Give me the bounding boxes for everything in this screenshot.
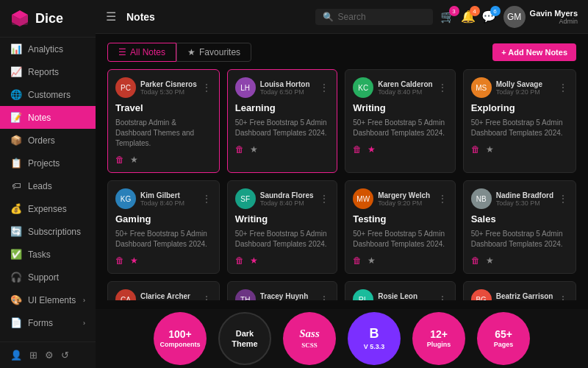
- note-time: Today 5:30 PM: [140, 88, 197, 96]
- sidebar-item-analytics[interactable]: 📊 Analytics: [0, 38, 96, 60]
- note-menu-icon[interactable]: ⋮: [319, 294, 329, 300]
- sidebar-item-ui-elements[interactable]: 🎨 UI Elements ›: [0, 289, 96, 311]
- analytics-icon: 📊: [10, 43, 22, 54]
- star-icon[interactable]: ★: [486, 255, 494, 266]
- delete-icon[interactable]: 🗑: [115, 255, 124, 266]
- note-user-name: Margery Welch: [378, 191, 432, 199]
- expenses-icon: 💰: [10, 203, 22, 214]
- note-header: NB Nadine Bradford Today 5:30 PM ⋮: [471, 188, 568, 209]
- sidebar-bottom: 👤 ⊞ ⚙ ↺: [0, 342, 96, 368]
- note-time: Today 9:20 PM: [378, 199, 432, 207]
- refresh-bottom-icon[interactable]: ↺: [61, 350, 69, 361]
- note-card: BG Beatriz Garrison Today 2:58 PM ⋮ Desi…: [463, 281, 576, 300]
- delete-icon[interactable]: 🗑: [353, 144, 362, 155]
- delete-icon[interactable]: 🗑: [235, 255, 244, 266]
- note-time: Today 8:40 PM: [140, 199, 197, 207]
- user-name: Gavin Myers: [530, 9, 578, 18]
- delete-icon[interactable]: 🗑: [235, 144, 244, 155]
- sidebar-item-label: Orders: [28, 135, 55, 146]
- note-card: TH Tracey Huynh Today 9:20 PM ⋮ Music 50…: [227, 281, 337, 300]
- chevron-right-icon: ›: [83, 297, 85, 304]
- note-menu-icon[interactable]: ⋮: [558, 193, 568, 205]
- ui-elements-icon: 🎨: [10, 294, 22, 305]
- star-icon[interactable]: ★: [130, 255, 138, 266]
- note-title: Exploring: [471, 102, 568, 113]
- note-desc: Bootstrap Admin & Dashboard Themes and T…: [115, 118, 212, 149]
- delete-icon[interactable]: 🗑: [471, 255, 480, 266]
- delete-icon[interactable]: 🗑: [353, 255, 362, 266]
- note-title: Writing: [235, 213, 329, 224]
- star-icon: ★: [187, 47, 196, 57]
- note-avatar: KG: [115, 188, 136, 209]
- note-menu-icon[interactable]: ⋮: [558, 82, 568, 93]
- bubble-scss-text: SCSS: [301, 342, 318, 350]
- bubble-plugins-num: 12+: [430, 328, 448, 341]
- sidebar-item-orders[interactable]: 📦 Orders: [0, 129, 96, 152]
- tabs-row: ☰ All Notes ★ Favourites + Add New Notes: [107, 43, 576, 62]
- bubble-b: B: [370, 325, 379, 342]
- note-title: Writing: [353, 102, 447, 113]
- forms-icon: 📄: [10, 317, 22, 328]
- search-input[interactable]: [338, 12, 426, 22]
- gear-bottom-icon[interactable]: ⚙: [45, 350, 54, 361]
- note-menu-icon[interactable]: ⋮: [201, 82, 212, 93]
- tab-all-notes[interactable]: ☰ All Notes: [107, 43, 176, 62]
- note-menu-icon[interactable]: ⋮: [319, 193, 329, 205]
- note-menu-icon[interactable]: ⋮: [437, 193, 448, 205]
- bell-button[interactable]: 🔔 4: [461, 10, 476, 24]
- note-actions: 🗑 ★: [115, 155, 212, 165]
- tab-favourites[interactable]: ★ Favourites: [176, 43, 251, 62]
- star-icon[interactable]: ★: [368, 144, 376, 155]
- star-icon[interactable]: ★: [250, 255, 258, 266]
- sidebar-item-label: Notes: [28, 113, 51, 123]
- note-user-name: Molly Savage: [496, 80, 553, 88]
- note-user-name: Rosie Leon: [378, 292, 432, 300]
- user-bottom-icon[interactable]: 👤: [10, 350, 22, 361]
- note-avatar: KC: [353, 77, 373, 98]
- search-icon: 🔍: [323, 12, 334, 22]
- search-bar[interactable]: 🔍: [315, 9, 433, 25]
- orders-icon: 📦: [10, 135, 22, 146]
- note-card: KC Karen Calderon Today 8:40 PM ⋮ Writin…: [345, 69, 455, 173]
- star-icon[interactable]: ★: [368, 255, 376, 266]
- cart-button[interactable]: 🛒 3: [440, 10, 455, 24]
- delete-icon[interactable]: 🗑: [115, 155, 124, 165]
- add-new-notes-button[interactable]: + Add New Notes: [492, 43, 576, 61]
- note-user-name: Beatriz Garrison: [496, 292, 553, 300]
- sidebar-item-support[interactable]: 🎧 Support: [0, 266, 96, 289]
- note-time: Today 8:40 PM: [378, 88, 432, 96]
- sidebar-item-subscriptions[interactable]: 🔄 Subscriptions: [0, 220, 96, 243]
- star-icon[interactable]: ★: [486, 144, 494, 155]
- sidebar-item-reports[interactable]: 📈 Reports: [0, 60, 96, 83]
- delete-icon[interactable]: 🗑: [471, 144, 480, 155]
- page-title: Notes: [126, 11, 155, 23]
- customers-icon: 🌐: [10, 89, 22, 100]
- note-header: KC Karen Calderon Today 8:40 PM ⋮: [353, 77, 447, 98]
- bubble-pages: 65+ Pages: [477, 312, 530, 365]
- msg-button[interactable]: 💬 6: [481, 10, 496, 24]
- sidebar-item-tasks[interactable]: ✅ Tasks: [0, 243, 96, 266]
- user-profile[interactable]: GM Gavin Myers Admin: [503, 6, 578, 28]
- sidebar-item-notes[interactable]: 📝 Notes: [0, 106, 96, 129]
- star-icon[interactable]: ★: [130, 155, 138, 165]
- note-menu-icon[interactable]: ⋮: [319, 82, 329, 93]
- bubble-components: 100+ Components: [154, 312, 207, 365]
- sidebar-item-projects[interactable]: 📋 Projects: [0, 152, 96, 174]
- note-desc: 50+ Free Bootstrap 5 Admin Dashboard Tem…: [471, 229, 568, 250]
- note-menu-icon[interactable]: ⋮: [437, 294, 448, 300]
- sidebar-item-leads[interactable]: 🏷 Leads: [0, 174, 96, 197]
- note-avatar: NB: [471, 188, 492, 209]
- note-actions: 🗑 ★: [353, 255, 447, 266]
- note-menu-icon[interactable]: ⋮: [437, 82, 448, 93]
- note-menu-icon[interactable]: ⋮: [558, 294, 568, 300]
- sidebar-item-forms[interactable]: 📄 Forms ›: [0, 311, 96, 334]
- note-user-name: Nadine Bradford: [496, 191, 553, 199]
- chevron-right-icon-forms: ›: [83, 319, 85, 327]
- star-icon[interactable]: ★: [250, 144, 258, 155]
- hamburger-icon[interactable]: ☰: [106, 10, 116, 24]
- note-menu-icon[interactable]: ⋮: [201, 193, 212, 205]
- sidebar-item-expenses[interactable]: 💰 Expenses: [0, 197, 96, 220]
- grid-bottom-icon[interactable]: ⊞: [29, 350, 37, 361]
- sidebar-item-customers[interactable]: 🌐 Customers: [0, 83, 96, 106]
- note-menu-icon[interactable]: ⋮: [201, 294, 212, 300]
